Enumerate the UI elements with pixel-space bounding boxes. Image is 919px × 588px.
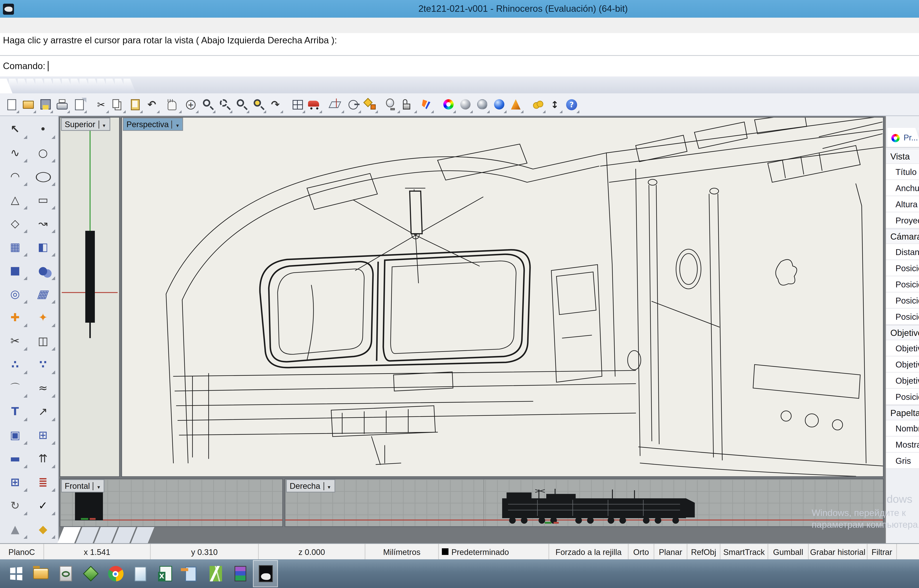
fillet-icon[interactable] — [1, 376, 29, 400]
paste-icon[interactable] — [126, 95, 143, 114]
copy-icon[interactable] — [110, 95, 126, 114]
visibility-icon[interactable] — [384, 95, 401, 114]
polyline-icon[interactable] — [1, 188, 29, 212]
open-file-icon[interactable] — [20, 95, 37, 114]
transform-icon[interactable] — [1, 494, 29, 517]
export-icon[interactable] — [71, 95, 87, 114]
viewer-icon[interactable] — [53, 560, 78, 587]
group-icon[interactable] — [1, 353, 29, 376]
surface-loft-icon[interactable] — [29, 235, 57, 259]
render-grid-icon[interactable] — [473, 95, 490, 114]
status-mil-metros[interactable]: Milímetros — [365, 544, 439, 559]
zoom-selected-icon[interactable] — [250, 95, 267, 114]
mesh-tools-icon[interactable] — [1, 517, 29, 541]
rotate-view-icon[interactable] — [183, 95, 199, 114]
zoom-extents-icon[interactable] — [233, 95, 250, 114]
explode-icon[interactable] — [29, 306, 57, 329]
boolean-union-icon[interactable] — [1, 306, 29, 329]
start-icon[interactable] — [3, 560, 28, 587]
status-predeterminado[interactable]: Predeterminado — [439, 544, 549, 559]
rhino-icon[interactable] — [253, 560, 278, 587]
status-filtrar[interactable]: Filtrar — [867, 544, 897, 559]
viewport-label-derecha[interactable]: Derecha — [286, 479, 335, 493]
render-gray-icon[interactable] — [457, 95, 473, 114]
save-icon[interactable] — [37, 95, 54, 114]
viewport-superior[interactable]: Superior — [60, 117, 120, 477]
block-icon[interactable] — [1, 423, 29, 447]
arc-icon[interactable] — [1, 165, 29, 188]
set-view-icon[interactable] — [345, 95, 362, 114]
status-planoc[interactable]: PlanoC — [0, 544, 44, 559]
cplane-icon[interactable] — [328, 95, 345, 114]
viewport-frontal[interactable]: Frontal — [60, 478, 283, 527]
split-icon[interactable] — [29, 329, 57, 353]
surface-points-icon[interactable] — [1, 235, 29, 259]
lock-icon[interactable] — [401, 95, 418, 114]
dimension-icon[interactable] — [546, 95, 563, 114]
box-icon[interactable] — [1, 259, 29, 282]
winrar-icon[interactable] — [228, 560, 253, 587]
drape-icon[interactable] — [29, 517, 57, 541]
status-planar[interactable]: Planar — [654, 544, 687, 559]
insert-block-icon[interactable] — [29, 423, 57, 447]
undo-view-icon[interactable] — [267, 95, 284, 114]
zoom-dynamic-icon[interactable] — [199, 95, 216, 114]
text-icon[interactable] — [1, 400, 29, 423]
rectangle-icon[interactable] — [29, 188, 57, 212]
ungroup-icon[interactable] — [29, 353, 57, 376]
render-blue-icon[interactable] — [490, 95, 507, 114]
curve-icon[interactable] — [1, 141, 29, 165]
shade-icon[interactable] — [418, 95, 434, 114]
extrude-icon[interactable] — [1, 447, 29, 470]
select-icon[interactable] — [1, 118, 29, 141]
status-smarttrack[interactable]: SmartTrack — [720, 544, 768, 559]
viewport-perspectiva[interactable]: Perspectiva — [121, 117, 884, 477]
viewport-label-perspectiva[interactable]: Perspectiva — [123, 118, 183, 131]
array-linear-icon[interactable] — [29, 470, 57, 494]
viewport-label-frontal[interactable]: Frontal — [61, 479, 105, 493]
status-orto[interactable]: Orto — [628, 544, 654, 559]
help-icon[interactable] — [563, 95, 580, 114]
viewport-label-superior[interactable]: Superior — [61, 118, 110, 131]
new-file-icon[interactable] — [3, 95, 20, 114]
kompas-icon[interactable] — [78, 560, 103, 587]
tab-novedades-v5[interactable] — [124, 79, 136, 93]
circle-icon[interactable] — [29, 141, 57, 165]
undo-icon[interactable] — [143, 95, 160, 114]
cylinder-icon[interactable] — [1, 282, 29, 306]
explorer-icon[interactable] — [28, 560, 53, 587]
check-icon[interactable] — [29, 494, 57, 517]
color-wheel-icon[interactable] — [440, 95, 457, 114]
trim-icon[interactable] — [1, 329, 29, 353]
chrome-icon[interactable] — [103, 560, 128, 587]
status-gumball[interactable]: Gumball — [768, 544, 809, 559]
layer-icon[interactable] — [362, 95, 379, 114]
blend-icon[interactable] — [29, 376, 57, 400]
zoom-window-icon[interactable] — [216, 95, 233, 114]
pan-icon[interactable] — [165, 95, 183, 114]
options-icon[interactable] — [529, 95, 546, 114]
status-grabar-historial[interactable]: Grabar historial — [809, 544, 867, 559]
command-input[interactable]: Comando: — [0, 56, 919, 76]
sphere-icon[interactable] — [29, 259, 57, 282]
leader-icon[interactable] — [29, 400, 57, 423]
print-icon[interactable] — [54, 95, 71, 114]
mesh-plane-icon[interactable] — [29, 282, 57, 306]
ellipse-icon[interactable] — [29, 165, 57, 188]
point-icon[interactable] — [29, 118, 57, 141]
panel-tab-pr[interactable]: Pr... — [887, 128, 919, 147]
notepad-icon[interactable] — [128, 560, 153, 587]
freeform-curve-icon[interactable] — [29, 212, 57, 235]
calculator-icon[interactable] — [178, 560, 203, 587]
cone-icon[interactable] — [507, 95, 524, 114]
offset-icon[interactable] — [29, 447, 57, 470]
viewport-derecha[interactable]: Derecha — [284, 478, 884, 527]
polygon-icon[interactable] — [1, 212, 29, 235]
cut-icon[interactable] — [93, 95, 110, 114]
viewport-layout-icon[interactable] — [289, 95, 306, 114]
nanocad-icon[interactable] — [203, 560, 228, 587]
status-forzado-a-la-rejilla[interactable]: Forzado a la rejilla — [549, 544, 628, 559]
array-icon[interactable] — [1, 470, 29, 494]
status-refobj[interactable]: RefObj — [687, 544, 720, 559]
excel-icon[interactable] — [153, 560, 178, 587]
